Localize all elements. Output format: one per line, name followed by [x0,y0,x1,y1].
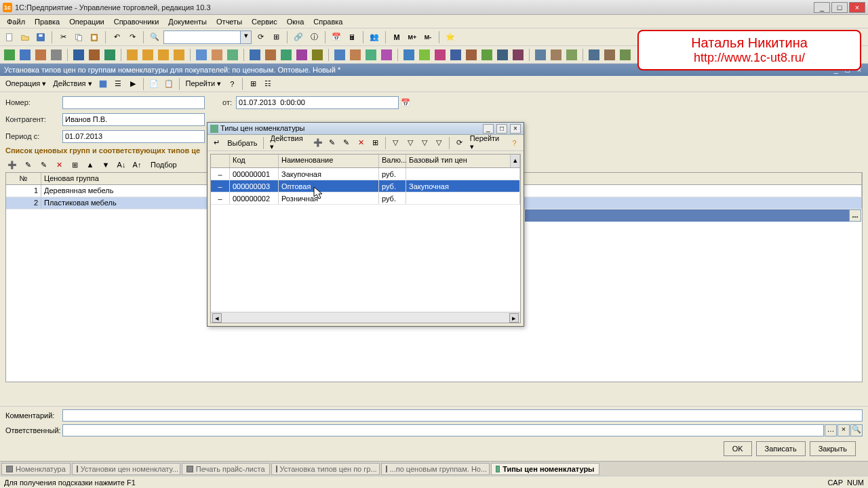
doc-post-icon[interactable]: ▶ [126,77,140,91]
dialog-goto-dropdown[interactable]: Перейти ▾ [467,133,507,152]
info-icon[interactable]: ⓘ [307,30,321,44]
tb2-icon[interactable] [418,48,431,62]
calendar-picker-icon[interactable]: 📅 [399,96,412,109]
responsible-input[interactable] [62,424,824,436]
scroll-left[interactable]: ◂ [212,313,222,323]
search-combo[interactable]: ▾ [163,30,252,44]
menu-windows[interactable]: Окна [283,16,309,27]
tb2-icon[interactable] [125,48,139,62]
tb2-icon[interactable] [465,48,478,62]
filter2-icon[interactable]: ▽ [403,136,416,150]
tb2-icon[interactable] [226,48,239,62]
task-item[interactable]: Печать прайс-листа [182,463,270,475]
tb2-icon[interactable] [87,48,101,62]
task-item-active[interactable]: Типы цен номенклатуры [491,463,599,475]
down-icon[interactable]: ▼ [99,158,113,171]
tb2-icon[interactable] [364,48,378,62]
filter-off-icon[interactable]: ▽ [432,136,445,150]
copy-icon[interactable] [72,30,85,44]
menu-catalogs[interactable]: Справочники [110,16,163,27]
list-row[interactable]: – 000000002 Розничная руб. [211,192,520,205]
goto-dropdown[interactable]: Перейти ▾ [183,78,224,89]
period-input[interactable] [62,130,205,143]
filter1-icon[interactable]: ▽ [389,136,402,150]
tb2-icon[interactable] [496,48,509,62]
tb2-icon[interactable] [534,48,547,62]
tb2-icon[interactable] [349,48,362,62]
col-n[interactable]: № [6,173,41,184]
users-icon[interactable]: 👥 [368,30,381,44]
tb2-icon[interactable] [248,48,262,62]
selected-price-type-cell[interactable]: ... [525,209,861,222]
del-mark-icon[interactable]: ✕ [355,136,368,150]
copy-row-icon[interactable]: ✎ [21,158,35,171]
save-icon[interactable] [34,30,47,44]
doc-list-icon[interactable]: ☰ [111,77,125,91]
filter3-icon[interactable]: ▽ [418,136,431,150]
m-minus-icon[interactable]: M- [421,30,435,44]
dialog-help-icon[interactable]: ? [508,136,521,150]
menu-file[interactable]: Файл [3,16,29,27]
dialog-actions-dropdown[interactable]: Действия ▾ [267,133,310,152]
contragent-input[interactable] [62,113,205,126]
menu-service[interactable]: Сервис [248,16,281,27]
tb2-icon[interactable] [603,48,616,62]
dialog-close-button[interactable]: × [510,124,521,134]
list-row[interactable]: – 000000001 Закупочная руб. [211,168,520,180]
calendar-icon[interactable]: 📅 [330,30,343,44]
tb2-icon[interactable] [210,48,224,62]
tb2-icon[interactable] [72,48,85,62]
menu-help[interactable]: Справка [309,16,347,27]
actions-dropdown[interactable]: Действия ▾ [50,78,94,89]
calc-icon[interactable]: 🖩 [345,30,359,44]
dialog-min-button[interactable]: _ [483,124,494,134]
clear-button[interactable]: × [837,424,850,436]
list-row-selected[interactable]: – 000000003 Оптовая руб. Закупочная [211,180,520,192]
close-button[interactable]: × [849,2,865,13]
maximize-button[interactable]: □ [831,2,848,13]
hierarchy-icon[interactable]: ⊞ [369,136,382,150]
refresh-icon[interactable]: ⟳ [453,136,466,150]
redo-icon[interactable]: ↷ [125,30,139,44]
tb2-icon[interactable] [511,48,525,62]
tb2-icon[interactable] [587,48,601,62]
tb2-icon[interactable] [433,48,447,62]
sort-desc-icon[interactable]: A↑ [130,158,144,171]
choose-button[interactable]: Выбрать [224,138,260,148]
paste-icon[interactable] [87,30,101,44]
tb2-icon[interactable] [157,48,170,62]
m-plus-icon[interactable]: M+ [406,30,419,44]
m-icon[interactable]: M [390,30,403,44]
close-button[interactable]: Закрыть [810,441,856,456]
tb2-icon[interactable] [618,48,632,62]
tb2-icon[interactable] [18,48,32,62]
comment-input[interactable] [62,409,863,422]
tb2-icon[interactable] [279,48,293,62]
task-item[interactable]: Установки цен номенклату... [72,463,180,475]
menu-reports[interactable]: Отчеты [212,16,246,27]
fill-icon[interactable]: ⊞ [68,158,81,171]
tb2-icon[interactable] [311,48,324,62]
refresh-icon[interactable]: ⟳ [254,30,267,44]
tb2-icon[interactable] [103,48,117,62]
link-icon[interactable]: 🔗 [292,30,305,44]
dialog-max-button[interactable]: □ [496,124,507,134]
save-button[interactable]: Записать [756,441,806,456]
minimize-button[interactable]: _ [814,2,830,13]
col-currency[interactable]: Валю... [379,155,406,167]
choose-icon[interactable]: ↵ [210,136,223,150]
add-copy-icon[interactable]: ✎ [326,136,338,150]
tb2-icon[interactable] [34,48,47,62]
tb2-icon[interactable] [50,48,63,62]
task-item[interactable]: Установка типов цен по гр... [271,463,380,475]
tb2-icon[interactable] [195,48,208,62]
horizontal-scrollbar[interactable]: ◂ ▸ [211,312,520,323]
scrollbar-up[interactable]: ▴ [511,155,520,167]
sort-asc-icon[interactable]: A↓ [115,158,128,171]
star-icon[interactable]: ⭐ [443,30,457,44]
doc-tree-icon[interactable]: ☷ [261,77,275,91]
task-item[interactable]: ...по ценовым группам. Но... [381,463,490,475]
ok-button[interactable]: OK [724,441,752,456]
tb2-icon[interactable] [3,48,16,62]
tb2-icon[interactable] [449,48,462,62]
